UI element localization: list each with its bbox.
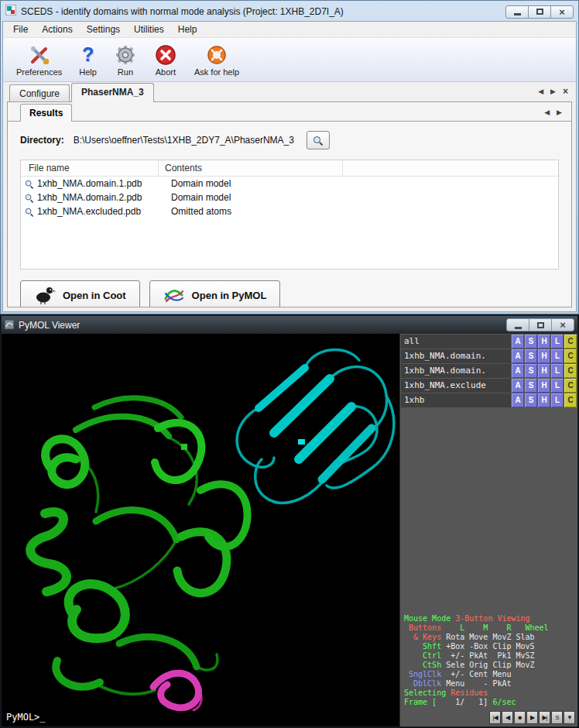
menu-file[interactable]: File (6, 22, 35, 36)
object-button-c[interactable]: C (564, 364, 577, 378)
object-button-l[interactable]: L (551, 349, 564, 363)
life-ring-icon (205, 43, 228, 67)
movie-control-6[interactable]: ▼ (564, 711, 575, 724)
object-button-l[interactable]: L (551, 364, 564, 378)
sceds-titlebar[interactable]: SCEDS - identify domains with normal mod… (2, 2, 577, 21)
object-row: 1xhbASHLC (401, 393, 577, 407)
column-header-contents[interactable]: Contents (159, 160, 343, 176)
menu-bar: FileActionsSettingsUtilitiesHelp (3, 22, 576, 38)
mouse-help-line: & Keys Rota Move MovZ Slab (404, 633, 549, 642)
abort-icon (154, 43, 177, 67)
object-name[interactable]: 1xhb_NMA.domain. (401, 364, 511, 378)
open-in-coot-button[interactable]: Open in Coot (20, 280, 140, 307)
subtab-scroll-left-icon[interactable]: ◀ (544, 108, 550, 116)
subtab-bar: Results ◀ ▶ (8, 102, 571, 122)
object-name[interactable]: all (401, 335, 511, 349)
object-button-c[interactable]: C (564, 349, 577, 363)
object-name[interactable]: 1xhb_NMA.exclude (401, 379, 511, 393)
object-row: 1xhb_NMA.domain.ASHLC (401, 364, 577, 378)
movie-control-4[interactable]: ▶| (539, 711, 550, 724)
pymol-app-icon (5, 318, 14, 332)
object-row: allASHLC (401, 335, 577, 349)
minimize-button[interactable] (505, 5, 529, 19)
object-button-a[interactable]: A (512, 379, 524, 393)
pymol-ribbon-icon (163, 285, 185, 306)
file-table-header: File name Contents (21, 160, 558, 177)
tab-configure[interactable]: Configure (9, 84, 70, 102)
movie-control-0[interactable]: |◀ (489, 711, 501, 724)
mouse-help-line: SnglClk +/- Cent Menu (404, 670, 549, 679)
object-button-h[interactable]: H (538, 393, 550, 407)
contents-cell: Omitted atoms (160, 206, 231, 217)
pymol-minimize-button[interactable] (506, 318, 529, 331)
file-table-body: 1xhb_NMA.domain.1.pdbDomain model1xhb_NM… (21, 177, 558, 218)
subtab-scroll-right-icon[interactable]: ▶ (557, 108, 562, 116)
pymol-command-prompt[interactable]: PyMOL>_ (6, 712, 46, 723)
object-button-s[interactable]: S (525, 379, 537, 393)
pymol-titlebar[interactable]: PyMOL Viewer × (2, 316, 577, 334)
object-name[interactable]: 1xhb (401, 393, 511, 407)
pymol-close-button[interactable]: × (551, 318, 574, 331)
open-in-pymol-button[interactable]: Open in PyMOL (149, 280, 281, 307)
movie-control-2[interactable]: ■ (514, 711, 526, 724)
directory-label: Directory: (20, 135, 64, 146)
maximize-icon (537, 322, 544, 328)
run-button[interactable]: Run (107, 41, 144, 78)
tab-bar: Configure PhaserNMA_3 ◀ ▶ × (3, 82, 576, 102)
object-button-c[interactable]: C (564, 335, 577, 349)
pymol-window-title: PyMOL Viewer (19, 320, 502, 331)
tab-close-icon[interactable]: × (563, 88, 568, 95)
object-button-h[interactable]: H (538, 379, 550, 393)
mouse-help-line: Selecting Residues (404, 689, 549, 698)
run-gear-icon (114, 43, 137, 67)
close-icon: × (560, 320, 566, 330)
tab-results[interactable]: Results (20, 104, 72, 122)
object-button-h[interactable]: H (538, 349, 550, 363)
table-row[interactable]: 1xhb_NMA.excluded.pdbOmitted atoms (21, 204, 558, 218)
object-button-s[interactable]: S (525, 335, 537, 349)
object-button-s[interactable]: S (525, 349, 537, 363)
tab-scroll-right-icon[interactable]: ▶ (550, 88, 556, 95)
table-row[interactable]: 1xhb_NMA.domain.1.pdbDomain model (21, 177, 558, 191)
close-button[interactable]: × (550, 5, 574, 19)
magnifier-icon (25, 207, 33, 215)
pymol-maximize-button[interactable] (529, 318, 552, 331)
movie-control-3[interactable]: ▶ (526, 711, 538, 724)
object-button-c[interactable]: C (564, 393, 577, 407)
object-button-a[interactable]: A (512, 393, 524, 407)
object-button-l[interactable]: L (551, 393, 564, 407)
object-button-c[interactable]: C (564, 379, 577, 393)
object-button-l[interactable]: L (551, 379, 564, 393)
menu-help[interactable]: Help (171, 22, 204, 36)
abort-button[interactable]: Abort (147, 41, 184, 78)
file-name-cell: 1xhb_NMA.domain.2.pdb (34, 192, 160, 203)
column-header-file-name[interactable]: File name (21, 160, 159, 176)
contents-cell: Domain model (160, 178, 231, 189)
pymol-viewport[interactable]: PyMOL>_ (2, 334, 399, 726)
object-button-a[interactable]: A (512, 349, 524, 363)
menu-utilities[interactable]: Utilities (127, 22, 171, 36)
preferences-button[interactable]: Preferences (9, 41, 69, 78)
maximize-button[interactable] (528, 5, 551, 19)
object-button-h[interactable]: H (538, 335, 550, 349)
object-button-a[interactable]: A (512, 364, 524, 378)
tab-scroll-left-icon[interactable]: ◀ (538, 88, 543, 95)
mouse-help-line: CtSh Sele Orig Clip MovZ (404, 661, 549, 670)
object-button-a[interactable]: A (512, 335, 524, 349)
movie-control-1[interactable]: ◀ (502, 711, 513, 724)
ask-for-help-button[interactable]: Ask for help (187, 41, 246, 78)
tab-phasernma-3[interactable]: PhaserNMA_3 (71, 83, 154, 102)
table-row[interactable]: 1xhb_NMA.domain.2.pdbDomain model (21, 191, 558, 204)
object-name[interactable]: 1xhb_NMA.domain. (401, 349, 511, 363)
object-button-l[interactable]: L (551, 335, 564, 349)
object-button-s[interactable]: S (525, 393, 537, 407)
object-button-s[interactable]: S (525, 364, 537, 378)
browse-directory-button[interactable] (307, 131, 330, 149)
help-button[interactable]: ? Help (72, 41, 104, 78)
movie-control-5[interactable]: S (551, 711, 563, 724)
object-button-h[interactable]: H (538, 364, 550, 378)
menu-settings[interactable]: Settings (80, 22, 127, 36)
file-table: File name Contents 1xhb_NMA.domain.1.pdb… (20, 160, 559, 270)
object-row: 1xhb_NMA.domain.ASHLC (401, 349, 577, 363)
menu-actions[interactable]: Actions (35, 22, 79, 36)
